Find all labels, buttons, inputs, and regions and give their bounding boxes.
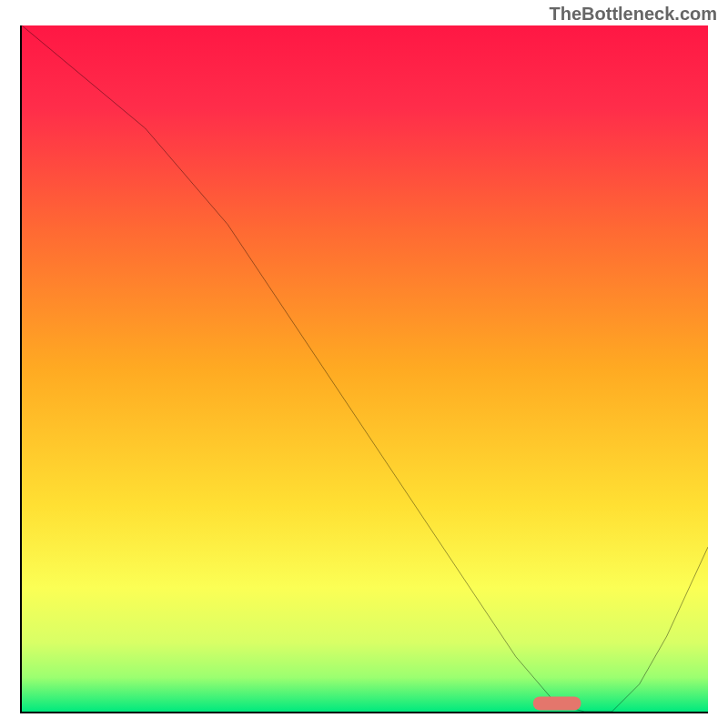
bottleneck-curve-path xyxy=(22,25,708,712)
attribution-text: TheBottleneck.com xyxy=(550,4,717,25)
chart-area xyxy=(20,25,708,713)
optimal-marker xyxy=(533,696,581,710)
chart-curve-layer xyxy=(22,25,708,712)
